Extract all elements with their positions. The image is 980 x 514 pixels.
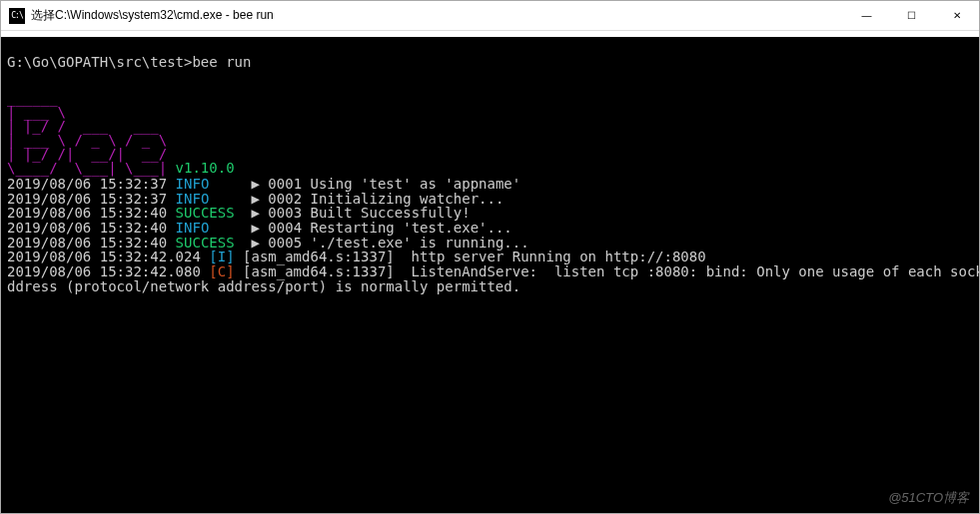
arrow-icon: ▶ — [251, 176, 259, 192]
arrow-icon: ▶ — [251, 235, 259, 251]
titlebar[interactable]: C:\ 选择C:\Windows\system32\cmd.exe - bee … — [1, 1, 979, 31]
log-level-info: INFO — [176, 176, 210, 192]
log-tag-c: [C] — [209, 263, 234, 279]
arrow-icon: ▶ — [251, 220, 259, 236]
window-frame: C:\ 选择C:\Windows\system32\cmd.exe - bee … — [0, 0, 980, 514]
arrow-icon: ▶ — [251, 191, 259, 207]
log-timestamp: 2019/08/06 15:32:40 — [7, 205, 167, 221]
log-timestamp: 2019/08/06 15:32:40 — [7, 220, 167, 236]
close-button[interactable]: ✕ — [934, 1, 979, 30]
log-message: 0005 './test.exe' is running... — [268, 235, 528, 251]
bee-ascii-logo: \____/ \___| \___| — [7, 160, 176, 176]
log-message-wrap: ddress (protocol/network address/port) i… — [7, 278, 520, 294]
log-level-info: INFO — [176, 191, 210, 207]
window-title: 选择C:\Windows\system32\cmd.exe - bee run — [31, 7, 844, 24]
minimize-button[interactable]: — — [844, 1, 889, 30]
arrow-icon: ▶ — [251, 205, 259, 221]
maximize-button[interactable]: ☐ — [889, 1, 934, 30]
log-tag-i: [I] — [209, 249, 234, 264]
log-message: 0004 Restarting 'test.exe'... — [268, 220, 511, 236]
log-message: [asm_amd64.s:1337] ListenAndServe: liste… — [243, 263, 979, 279]
log-message: [asm_amd64.s:1337] http server Running o… — [243, 249, 706, 264]
terminal-output[interactable]: G:\Go\GOPATH\src\test>bee run ______ | _… — [1, 31, 979, 513]
bee-version: v1.10.0 — [176, 160, 235, 176]
cmd-icon: C:\ — [9, 8, 25, 24]
log-level-success: SUCCESS — [176, 205, 235, 221]
log-timestamp: 2019/08/06 15:32:42.024 — [7, 249, 201, 264]
log-message: 0002 Initializing watcher... — [268, 191, 503, 207]
log-level-success: SUCCESS — [176, 235, 235, 251]
log-message: 0003 Built Successfully! — [268, 205, 470, 221]
prompt-line: G:\Go\GOPATH\src\test>bee run — [7, 55, 973, 69]
log-timestamp: 2019/08/06 15:32:42.080 — [7, 263, 201, 279]
window-controls: — ☐ ✕ — [844, 1, 979, 30]
log-timestamp: 2019/08/06 15:32:37 — [7, 191, 167, 207]
log-message: 0001 Using 'test' as 'appname' — [268, 176, 520, 192]
log-level-info: INFO — [176, 220, 210, 236]
log-group: 2019/08/06 15:32:37 INFO ▶ 0001 Using 't… — [7, 177, 973, 294]
log-timestamp: 2019/08/06 15:32:37 — [7, 176, 167, 192]
log-timestamp: 2019/08/06 15:32:40 — [7, 235, 167, 251]
